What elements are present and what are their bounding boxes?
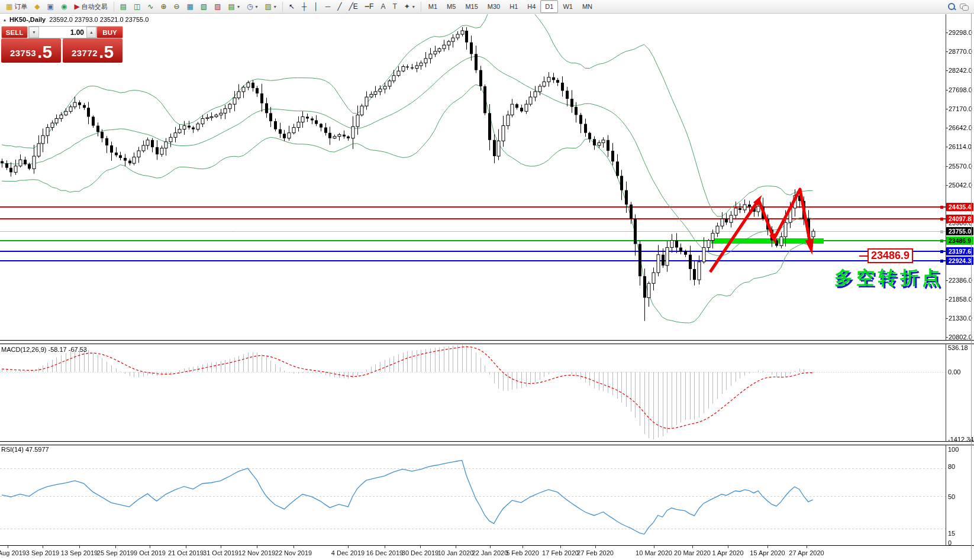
date-axis-label: 16 Dec 2019 [366,549,403,556]
chart-shift-icon[interactable]: ▧ [197,0,211,13]
auto-scroll-icon[interactable]: ▨ [211,0,224,13]
date-axis-label: 9 Oct 2019 [134,549,166,556]
price-axis-border [946,14,946,545]
crosshair-tool[interactable]: ┼ [298,0,311,13]
price-axis-tick: 26642.0 [949,124,972,131]
ohlc-values: 23592.0 23793.0 23521.0 23755.0 [49,16,149,23]
autotrading-icon: ▶ [74,3,79,10]
price-axis-tick: 28242.0 [949,67,972,74]
rsi-pane-splitter[interactable] [0,441,974,445]
timeframe-button-d1[interactable]: D1 [540,0,558,13]
horizontal-line-tool[interactable]: ─ [322,0,334,13]
zoom-in-icon[interactable]: ⊕ [157,0,170,13]
volume-stepper: ▼ ▲ [28,26,97,38]
price-axis-tick: 28770.0 [949,48,972,55]
autotrading-button[interactable]: ▶ 自动交易 [70,0,111,13]
date-axis-label: 20 Mar 2020 [674,549,711,556]
templates-dropdown[interactable]: ▨▾ [261,0,279,13]
symbol-title: HK50-,Daily [9,16,46,23]
price-axis-tick: 22386.0 [949,277,972,284]
timeframe-button-h1[interactable]: H1 [505,0,523,13]
cursor-tool[interactable]: ↖ [285,0,298,13]
price-level-tag: 24435.4 [946,203,973,211]
arrows-dropdown[interactable]: ✦▾ [401,0,418,13]
volume-decrease-button[interactable]: ▼ [29,27,39,38]
date-axis-label: 1 Apr 2020 [712,549,743,556]
toolbar-separator [421,2,421,12]
timeframe-button-m5[interactable]: M5 [442,0,460,13]
price-axis-tick: 21858.0 [949,296,972,303]
date-axis-label: 13 Sep 2019 [61,549,98,556]
search-icon[interactable] [948,3,955,10]
chart-canvas[interactable] [0,14,974,560]
price-axis-tick: 29298.0 [949,29,972,36]
support-price-connector [859,255,867,257]
rsi-axis-tick: 50 [948,493,955,500]
price-level-tag: 24097.8 [946,215,973,223]
price-level-tag: 23755.0 [946,227,973,235]
price-level-tag: 23197.6 [946,247,973,255]
channel-tool[interactable]: ╱E [346,0,362,13]
toolbar-separator [114,2,114,12]
volume-increase-button[interactable]: ▲ [86,27,96,38]
date-axis-label: 21 Oct 2019 [168,549,204,556]
buy-price-main: 23772 [72,46,98,61]
support-price-box[interactable]: 23486.9 [867,248,913,263]
macd-axis-tick: 536.18 [948,344,968,351]
date-axis-label: 22 Aug 2019 [0,549,26,556]
profile-icon[interactable]: ▣ [47,3,54,10]
price-axis-tick: 27698.0 [949,86,972,93]
date-axis-label: 22 Nov 2019 [275,549,312,556]
buy-price-button[interactable]: 23772 .5 [63,38,122,63]
rsi-axis-tick: 15 [948,530,955,537]
window-edge-divider [971,14,972,560]
zoom-out-icon[interactable]: ⊖ [170,0,183,13]
date-axis-label: 31 Oct 2019 [203,549,238,556]
periods-dropdown[interactable]: ◷▾ [243,0,262,13]
new-order-button[interactable]: ▦ 订单 [2,0,31,13]
styler-icon[interactable]: ◆ [34,3,40,10]
timeframe-button-h4[interactable]: H4 [523,0,540,13]
macd-pane-splitter[interactable] [0,340,974,344]
date-axis-label: 10 Jan 2020 [438,549,474,556]
buy-price-fraction: .5 [99,43,114,61]
turning-point-annotation[interactable]: 多空转折点 [834,266,944,290]
date-axis-label: 4 Dec 2019 [331,549,365,556]
candlestick-chart-icon[interactable]: ◫ [130,0,144,13]
sell-button[interactable]: SELL [1,26,28,38]
date-axis-label: 25 Sep 2019 [97,549,134,556]
price-axis-tick: 21330.0 [949,315,972,322]
macd-axis-tick: 0.00 [948,368,960,376]
fibonacci-tool[interactable]: ┉F [362,0,378,13]
sell-price-fraction: .5 [37,43,52,61]
trendline-tool[interactable]: ╱ [334,0,345,13]
text-tool[interactable]: A [377,0,389,13]
rsi-axis-tick: 0 [948,539,952,546]
timeframe-button-m1[interactable]: M1 [424,0,442,13]
community-chat-icon[interactable] [960,4,968,9]
new-chart-dropdown[interactable]: ▤▾ [225,0,243,13]
timeframe-button-m15[interactable]: M15 [460,0,482,13]
vertical-line-tool[interactable]: │ [310,0,322,13]
sell-price-button[interactable]: 23753 .5 [1,38,61,63]
tile-windows-icon[interactable]: ▦ [183,0,197,13]
volume-input[interactable] [39,27,86,38]
chart-ohlc-header: ▴ HK50-,Daily 23592.0 23793.0 23521.0 23… [4,16,149,23]
date-axis-label: 12 Nov 2019 [238,549,275,556]
buy-button[interactable]: BUY [96,26,123,38]
line-chart-icon[interactable]: ∿ [144,0,157,13]
macd-axis-tick: -1412.34 [948,436,973,443]
price-axis-tick: 25042.0 [949,182,972,189]
price-axis-tick: 27170.0 [949,105,972,112]
timeframe-button-m30[interactable]: M30 [483,0,505,13]
label-tool[interactable]: T [389,0,400,13]
date-axis-label: 17 Feb 2020 [542,549,579,556]
price-level-tag: 22924.3 [946,257,973,265]
bar-chart-icon[interactable]: ▤ [117,0,130,13]
timeframe-button-w1[interactable]: W1 [558,0,578,13]
symbol-bullet-icon: ▴ [4,17,6,22]
one-click-trading-panel: SELL ▼ ▲ BUY 23753 .5 23772 .5 [1,26,123,63]
timeframe-button-mn[interactable]: MN [578,0,597,13]
signals-icon[interactable]: ◉ [61,3,67,10]
date-axis-label: 30 Dec 2019 [402,549,438,556]
